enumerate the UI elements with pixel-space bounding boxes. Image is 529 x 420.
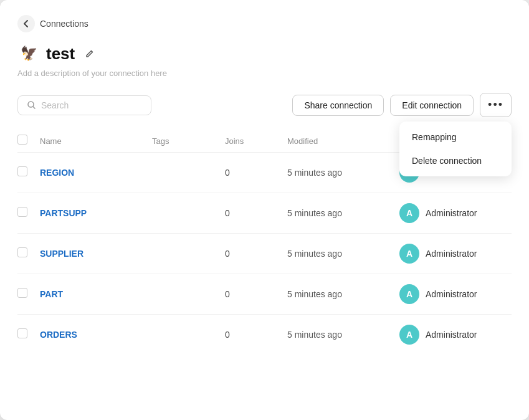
row-joins-4: 0 bbox=[225, 330, 287, 340]
row-checkbox-2[interactable] bbox=[17, 247, 27, 257]
table-body: REGION 0 5 minutes ago A Administrator P… bbox=[17, 153, 512, 355]
search-box[interactable] bbox=[17, 95, 151, 115]
toolbar: Share connection Edit connection ••• Rem… bbox=[17, 93, 512, 117]
row-modified-2: 5 minutes ago bbox=[287, 249, 399, 259]
edit-title-button[interactable] bbox=[81, 45, 97, 62]
row-checkbox-3[interactable] bbox=[17, 288, 27, 298]
search-icon bbox=[27, 100, 36, 110]
select-all-checkbox[interactable] bbox=[17, 135, 27, 145]
row-username-1: Administrator bbox=[426, 208, 477, 218]
table-row: PART 0 5 minutes ago A Administrator bbox=[17, 274, 512, 315]
row-avatar-1: A bbox=[399, 203, 419, 223]
row-user-3: A Administrator bbox=[399, 284, 512, 304]
row-user-4: A Administrator bbox=[399, 325, 512, 345]
row-username-4: Administrator bbox=[426, 330, 477, 340]
row-username-2: Administrator bbox=[426, 249, 477, 259]
connection-icon: 🦅 bbox=[17, 42, 40, 65]
header-joins: Joins bbox=[225, 136, 287, 146]
delete-connection-item[interactable]: Delete connection bbox=[399, 149, 512, 173]
row-checkbox-4[interactable] bbox=[17, 328, 27, 338]
connection-description: Add a description of your connection her… bbox=[17, 69, 512, 78]
search-input[interactable] bbox=[41, 100, 142, 110]
header-name: Name bbox=[40, 136, 152, 146]
share-connection-button[interactable]: Share connection bbox=[292, 95, 384, 116]
row-joins-2: 0 bbox=[225, 249, 287, 259]
row-checkbox-cell bbox=[17, 328, 40, 341]
row-avatar-4: A bbox=[399, 325, 419, 345]
row-name-0[interactable]: REGION bbox=[40, 168, 152, 178]
row-user-2: A Administrator bbox=[399, 244, 512, 264]
table-row: PARTSUPP 0 5 minutes ago A Administrator bbox=[17, 193, 512, 234]
row-modified-0: 5 minutes ago bbox=[287, 168, 399, 178]
header-tags: Tags bbox=[152, 136, 225, 146]
table-row: SUPPLIER 0 5 minutes ago A Administrator bbox=[17, 234, 512, 274]
row-modified-1: 5 minutes ago bbox=[287, 208, 399, 218]
header-modified: Modified bbox=[287, 136, 399, 146]
header-checkbox-col bbox=[17, 135, 40, 147]
dropdown-menu: Remapping Delete connection bbox=[399, 122, 512, 176]
title-row: 🦅 test bbox=[17, 42, 512, 65]
row-name-4[interactable]: ORDERS bbox=[40, 330, 152, 340]
row-joins-1: 0 bbox=[225, 208, 287, 218]
row-name-2[interactable]: SUPPLIER bbox=[40, 249, 152, 259]
back-button[interactable] bbox=[17, 15, 35, 32]
main-window: Connections 🦅 test Add a description of … bbox=[0, 0, 529, 420]
row-user-1: A Administrator bbox=[399, 203, 512, 223]
more-options-button[interactable]: ••• bbox=[480, 93, 512, 117]
row-username-3: Administrator bbox=[426, 289, 477, 299]
row-modified-4: 5 minutes ago bbox=[287, 330, 399, 340]
dots-icon: ••• bbox=[488, 98, 503, 112]
row-checkbox-cell bbox=[17, 247, 40, 260]
row-checkbox-0[interactable] bbox=[17, 166, 27, 176]
connection-title: test bbox=[46, 44, 75, 64]
row-checkbox-cell bbox=[17, 288, 40, 300]
row-name-1[interactable]: PARTSUPP bbox=[40, 208, 152, 218]
row-avatar-3: A bbox=[399, 284, 419, 304]
edit-connection-button[interactable]: Edit connection bbox=[390, 95, 474, 116]
row-joins-0: 0 bbox=[225, 168, 287, 178]
row-modified-3: 5 minutes ago bbox=[287, 289, 399, 299]
row-joins-3: 0 bbox=[225, 289, 287, 299]
row-name-3[interactable]: PART bbox=[40, 289, 152, 299]
toolbar-right: Share connection Edit connection ••• bbox=[292, 93, 512, 117]
table-row: ORDERS 0 5 minutes ago A Administrator bbox=[17, 315, 512, 355]
remapping-item[interactable]: Remapping bbox=[399, 125, 512, 149]
row-checkbox-cell bbox=[17, 207, 40, 219]
breadcrumb: Connections bbox=[17, 15, 512, 32]
row-checkbox-1[interactable] bbox=[17, 207, 27, 217]
row-checkbox-cell bbox=[17, 166, 40, 179]
breadcrumb-label: Connections bbox=[40, 19, 88, 29]
row-avatar-2: A bbox=[399, 244, 419, 264]
